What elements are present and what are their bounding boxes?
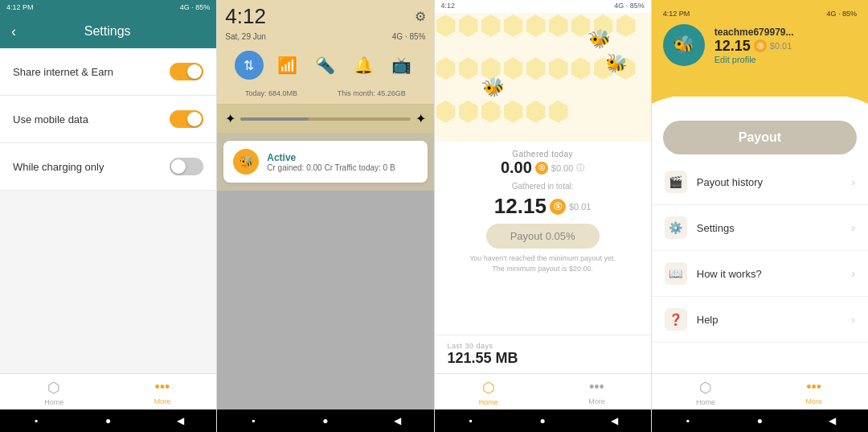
nav-home-4[interactable]: ⬡ Home bbox=[652, 374, 760, 409]
panel2-time: 4:12 bbox=[225, 4, 266, 29]
chevron-right-icon-1: › bbox=[851, 175, 855, 188]
home-icon: ⬡ bbox=[47, 379, 60, 397]
coin-icon-total: ⓢ bbox=[550, 199, 566, 215]
profile-row: 🐝 teachme679979... 12.15 ⓢ $0.01 Edit pr… bbox=[663, 24, 857, 66]
help-icon: ❓ bbox=[665, 308, 687, 331]
wave-divider bbox=[652, 97, 868, 113]
gathered-total-num: 12.15 bbox=[494, 194, 547, 219]
data-today: Today: 684.0MB bbox=[245, 89, 297, 97]
sys-square-4[interactable]: ▪ bbox=[682, 414, 694, 427]
honey-area: 🐝 🐝 🐝 bbox=[435, 13, 651, 142]
last30-section: Last 30 days 121.55 MB bbox=[435, 335, 651, 373]
menu-item-how-it-works[interactable]: 📖 How it works? › bbox=[652, 251, 868, 297]
sys-back-2[interactable]: ◀ bbox=[391, 414, 404, 427]
menu-item-help[interactable]: ❓ Help › bbox=[652, 297, 868, 343]
toggle-charging[interactable] bbox=[170, 158, 203, 175]
menu-label-help: Help bbox=[697, 314, 852, 326]
balance-usd: $0.01 bbox=[770, 41, 792, 51]
panel4-status-right: 4G · 85% bbox=[826, 10, 857, 18]
setting-share-internet: Share internet & Earn bbox=[0, 48, 216, 96]
sys-circle-1[interactable]: ● bbox=[102, 414, 115, 427]
status-time-1: 4:12 PM bbox=[6, 3, 34, 11]
profile-info: teachme679979... 12.15 ⓢ $0.01 Edit prof… bbox=[714, 27, 857, 64]
panel3-time: 4:12 bbox=[441, 2, 456, 11]
sys-square-1[interactable]: ▪ bbox=[30, 414, 43, 427]
nav-more-3[interactable]: ••• More bbox=[542, 374, 651, 409]
sys-back-1[interactable]: ◀ bbox=[174, 414, 186, 427]
nav-more-4[interactable]: ••• More bbox=[760, 374, 868, 409]
more-icon: ••• bbox=[154, 379, 170, 396]
gathered-today-value: 0.00 ⓢ $0.00 ⓘ bbox=[448, 158, 638, 177]
menu-item-payout-history[interactable]: 🎬 Payout history › bbox=[652, 159, 868, 205]
settings-header: ‹ Settings bbox=[0, 14, 216, 48]
chevron-right-icon-3: › bbox=[851, 267, 855, 280]
menu-label-settings: Settings bbox=[697, 222, 852, 234]
sys-back-4[interactable]: ◀ bbox=[825, 414, 838, 427]
system-bar-4: ▪ ● ◀ bbox=[652, 409, 868, 432]
balance-coin-icon: ⓢ bbox=[754, 39, 767, 52]
profile-avatar: 🐝 bbox=[663, 24, 705, 66]
sys-circle-3[interactable]: ● bbox=[536, 414, 549, 427]
panel2-date-row: Sat, 29 Jun 4G · 85% bbox=[217, 32, 433, 44]
quickset-screen-icon[interactable]: 📺 bbox=[387, 51, 416, 80]
panel2-notification-card[interactable]: 🐝 Active Cr gained: 0.00 Cr Traffic toda… bbox=[223, 141, 427, 183]
sys-square-2[interactable]: ▪ bbox=[247, 414, 260, 427]
gathered-total-dollar: $0.01 bbox=[569, 202, 592, 212]
notif-bee-icon: 🐝 bbox=[233, 149, 259, 175]
payout-main-button[interactable]: Payout bbox=[663, 121, 857, 154]
toggle-knob bbox=[187, 112, 202, 126]
bee-icon-2: 🐝 bbox=[604, 51, 628, 76]
brightness-slider[interactable] bbox=[240, 117, 410, 121]
status-right-1: 4G · 85% bbox=[180, 3, 211, 11]
sys-circle-4[interactable]: ● bbox=[753, 414, 766, 427]
sys-back-3[interactable]: ◀ bbox=[608, 414, 621, 427]
nav-home-1[interactable]: ⬡ Home bbox=[0, 374, 108, 409]
profile-panel: 4:12 PM 4G · 85% 🐝 teachme679979... 12.1… bbox=[651, 0, 868, 432]
earnings-panel: 4:12 4G · 85% 🐝 🐝 🐝 Gathered today 0.00 … bbox=[434, 0, 651, 432]
coin-icon-today: ⓢ bbox=[535, 162, 548, 175]
menu-label-how-it-works: How it works? bbox=[697, 268, 852, 280]
gathered-total-label: Gathered in total: bbox=[512, 182, 574, 191]
panel2-data-row: Today: 684.0MB This month: 45.26GB bbox=[217, 86, 433, 105]
nav-home-label-1: Home bbox=[44, 398, 63, 406]
setting-label-share: Share internet & Earn bbox=[13, 66, 113, 78]
last30-label: Last 30 days bbox=[448, 342, 638, 350]
panel2-brightness-row: ✦ ✦ bbox=[217, 105, 433, 133]
toggle-knob bbox=[187, 64, 202, 79]
menu-item-settings[interactable]: ⚙️ Settings › bbox=[652, 205, 868, 251]
settings-panel: 4:12 PM 4G · 85% ‹ Settings Share intern… bbox=[0, 0, 216, 432]
nav-more-label-4: More bbox=[805, 397, 822, 405]
panel4-status-bar: 4:12 PM 4G · 85% bbox=[663, 10, 857, 18]
quickset-torch-icon[interactable]: 🔦 bbox=[311, 51, 340, 80]
panel3-status-right: 4G · 85% bbox=[614, 2, 645, 11]
last30-value: 121.55 MB bbox=[448, 350, 638, 367]
payout-percent-button[interactable]: Payout 0.05% bbox=[486, 224, 600, 249]
panel3-bottom-nav: ⬡ Home ••• More bbox=[435, 373, 651, 409]
gathered-today-label: Gathered today bbox=[448, 150, 638, 158]
panel2-status-bar: 4:12 ⚙ bbox=[217, 0, 433, 32]
system-bar-1: ▪ ● ◀ bbox=[0, 409, 216, 432]
edit-profile-link[interactable]: Edit profile bbox=[714, 55, 857, 64]
panel2-gear-icon[interactable]: ⚙ bbox=[415, 9, 426, 24]
setting-charging-only: While charging only bbox=[0, 143, 216, 191]
quickset-wifi-icon[interactable]: 📶 bbox=[272, 51, 301, 80]
system-bar-3: ▪ ● ◀ bbox=[435, 409, 651, 432]
notif-body: Cr gained: 0.00 Cr Traffic today: 0 B bbox=[267, 163, 417, 172]
panel4-header: 4:12 PM 4G · 85% 🐝 teachme679979... 12.1… bbox=[652, 0, 868, 97]
settings-title: Settings bbox=[24, 24, 190, 39]
toggle-share-internet[interactable] bbox=[170, 63, 203, 80]
profile-username: teachme679979... bbox=[714, 27, 857, 38]
sys-square-3[interactable]: ▪ bbox=[464, 414, 477, 427]
panel2-date: Sat, 29 Jun bbox=[225, 32, 266, 41]
nav-home-3[interactable]: ⬡ Home bbox=[435, 374, 543, 409]
sys-circle-2[interactable]: ● bbox=[319, 414, 332, 427]
nav-home-label-3: Home bbox=[479, 398, 498, 406]
panel4-time: 4:12 PM bbox=[663, 10, 690, 18]
profile-balance: 12.15 ⓢ $0.01 bbox=[714, 38, 857, 55]
back-button[interactable]: ‹ bbox=[11, 23, 16, 40]
quickset-data-icon[interactable]: ⇅ bbox=[235, 51, 264, 80]
panel2-status-right: 4G · 85% bbox=[392, 32, 426, 41]
quickset-mute-icon[interactable]: 🔔 bbox=[349, 51, 378, 80]
nav-more-1[interactable]: ••• More bbox=[108, 374, 217, 409]
toggle-mobile-data[interactable] bbox=[170, 110, 203, 128]
